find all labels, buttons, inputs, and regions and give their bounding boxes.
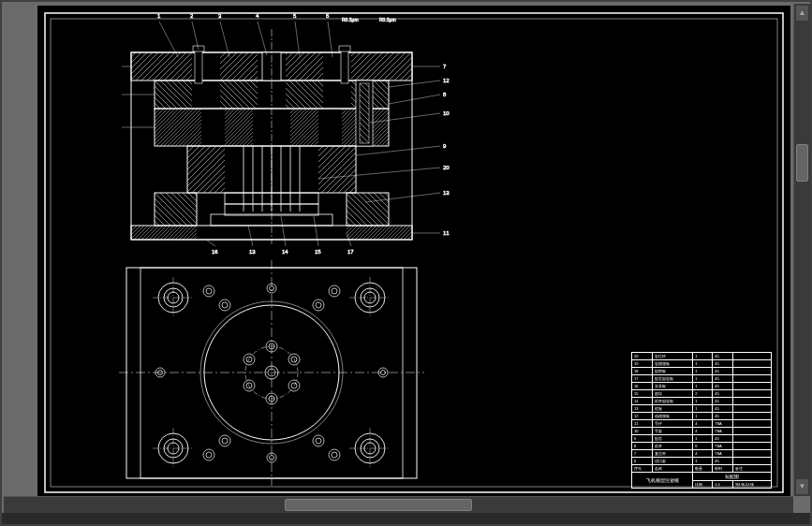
svg-line-67 <box>314 216 318 246</box>
callout-b5: 17 <box>347 249 354 255</box>
svg-point-123 <box>332 452 337 458</box>
callout-r7: 13 <box>443 190 450 196</box>
section-view: 1 2 3 4 5 6 R0.3μm R0.3μm 7 12 8 10 9 <box>122 13 450 255</box>
callout-b4: 15 <box>315 249 321 255</box>
plan-view <box>119 260 424 486</box>
svg-line-64 <box>206 240 215 246</box>
callout-6: 6 <box>326 13 330 19</box>
scroll-up-arrow[interactable]: ▲ <box>796 6 808 21</box>
parts-row: 10导套4T8A <box>632 428 772 435</box>
svg-line-60 <box>356 146 440 155</box>
svg-line-58 <box>389 95 440 104</box>
svg-rect-15 <box>155 80 192 109</box>
svg-line-51 <box>192 22 199 50</box>
drawing-name: 装配图 <box>693 473 772 481</box>
callout-r5: 9 <box>443 143 447 149</box>
svg-point-119 <box>206 452 212 458</box>
svg-rect-17 <box>286 80 323 109</box>
svg-point-111 <box>206 288 212 294</box>
svg-rect-21 <box>290 109 318 146</box>
svg-rect-28 <box>347 226 412 240</box>
vertical-scrollbar[interactable]: ▲ ▼ <box>793 4 810 496</box>
callout-r8: 11 <box>443 230 450 236</box>
svg-rect-34 <box>195 48 202 83</box>
status-strip <box>2 513 810 524</box>
svg-point-125 <box>316 438 321 444</box>
parts-row: 19定模座板145 <box>632 360 772 368</box>
svg-rect-26 <box>347 193 389 226</box>
svg-rect-11 <box>131 52 192 80</box>
parts-row: 12动模座板145 <box>632 413 772 420</box>
title-block: 20定位环145 19定模座板145 18型腔板145 17型芯固定板145 1… <box>631 352 772 483</box>
svg-rect-24 <box>318 146 356 193</box>
parts-row: 17型芯固定板145 <box>632 375 772 383</box>
svg-rect-16 <box>220 80 258 109</box>
app-window: 1 2 3 4 5 6 R0.3μm R0.3μm 7 12 8 10 9 <box>0 0 812 526</box>
svg-rect-14 <box>351 52 412 80</box>
parts-row: 11导柱4T8A <box>632 420 772 428</box>
svg-line-57 <box>389 80 440 87</box>
svg-point-124 <box>313 435 324 446</box>
svg-rect-20 <box>225 109 253 146</box>
svg-point-117 <box>316 302 321 308</box>
surface-mark-2: R0.3μm <box>379 17 396 22</box>
svg-line-50 <box>159 22 178 57</box>
callout-b3: 14 <box>282 249 288 255</box>
svg-rect-37 <box>339 46 350 51</box>
parts-row: 15垫块245 <box>632 390 772 398</box>
callout-1: 1 <box>157 13 161 19</box>
callout-4: 4 <box>256 13 259 19</box>
svg-rect-27 <box>131 226 197 240</box>
parts-row: 20定位环145 <box>632 353 772 360</box>
svg-point-113 <box>222 302 228 308</box>
svg-rect-35 <box>193 46 204 51</box>
svg-point-118 <box>203 449 214 460</box>
svg-line-54 <box>295 22 300 57</box>
parts-row: 18型腔板145 <box>632 368 772 375</box>
callout-3: 3 <box>218 13 222 19</box>
svg-rect-19 <box>155 109 201 146</box>
cad-canvas[interactable]: 1 2 3 4 5 6 R0.3μm R0.3μm 7 12 8 10 9 <box>37 6 790 500</box>
callout-2: 2 <box>190 13 194 19</box>
parts-row: 7复位杆4T8A <box>632 450 772 458</box>
svg-point-114 <box>329 285 340 297</box>
parts-header: 序号 名称 数量 材料 备注 <box>632 465 772 473</box>
title-row: 飞机模型注塑模 装配图 <box>632 473 772 481</box>
svg-rect-25 <box>155 193 197 226</box>
surface-mark-1: R0.3μm <box>342 17 359 22</box>
svg-point-110 <box>203 285 214 297</box>
callout-5: 5 <box>293 13 297 19</box>
svg-line-52 <box>220 22 229 57</box>
callout-r2: 12 <box>443 78 450 83</box>
svg-point-122 <box>329 449 340 460</box>
parts-row: 6浇口套145 <box>632 458 772 465</box>
svg-point-112 <box>219 300 230 311</box>
svg-line-66 <box>281 216 286 246</box>
callout-r6: 20 <box>443 165 450 170</box>
callout-b1: 16 <box>212 249 218 255</box>
parts-row: 14推杆固定板145 <box>632 398 772 405</box>
svg-rect-36 <box>341 48 348 83</box>
parts-row: 8推杆6T8A <box>632 443 772 450</box>
parts-row: 13推板145 <box>632 405 772 413</box>
svg-rect-23 <box>187 146 225 193</box>
scroll-thumb-v[interactable] <box>796 144 808 182</box>
callout-r3: 8 <box>443 92 447 97</box>
parts-row: 16支承板145 <box>632 383 772 390</box>
svg-line-65 <box>248 226 253 246</box>
svg-rect-13 <box>286 52 323 80</box>
svg-point-115 <box>332 288 337 294</box>
svg-line-55 <box>328 22 332 57</box>
svg-point-121 <box>222 438 228 444</box>
svg-rect-12 <box>220 52 258 80</box>
callout-r1: 7 <box>443 64 447 69</box>
svg-point-120 <box>219 435 230 446</box>
scroll-down-arrow[interactable]: ▼ <box>796 479 808 494</box>
horizontal-scrollbar[interactable] <box>4 496 793 513</box>
svg-line-53 <box>258 22 267 55</box>
svg-point-116 <box>313 300 324 311</box>
callout-b2: 13 <box>249 249 256 255</box>
scroll-thumb-h[interactable] <box>285 499 472 511</box>
callout-r4: 10 <box>443 110 450 116</box>
parts-row: 9型芯145 <box>632 435 772 443</box>
